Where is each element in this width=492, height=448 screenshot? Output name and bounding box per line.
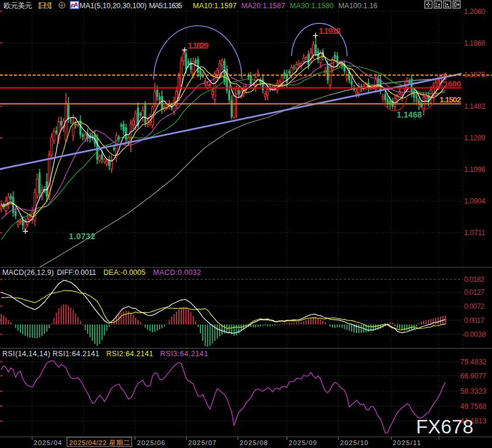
svg-text:1.1468: 1.1468 bbox=[397, 110, 422, 119]
svg-text:MACD:0.0032: MACD:0.0032 bbox=[153, 268, 201, 277]
svg-text:MACD(26,12,9): MACD(26,12,9) bbox=[2, 268, 54, 277]
svg-text:1.1918: 1.1918 bbox=[318, 26, 341, 36]
svg-text:2025/08: 2025/08 bbox=[240, 439, 268, 446]
svg-text:2025/07: 2025/07 bbox=[188, 439, 216, 446]
svg-text:MA10:1.1597: MA10:1.1597 bbox=[193, 2, 237, 10]
svg-text:1.1868: 1.1868 bbox=[464, 39, 486, 47]
svg-text:RSI1:64.2141: RSI1:64.2141 bbox=[53, 350, 99, 358]
svg-text:MA20:1.1587: MA20:1.1587 bbox=[241, 2, 285, 10]
svg-text:0.0182: 0.0182 bbox=[464, 275, 484, 284]
svg-text:2025/10: 2025/10 bbox=[340, 439, 368, 446]
svg-text:MA5:1.1635: MA5:1.1635 bbox=[149, 2, 182, 10]
svg-text:58.3323: 58.3323 bbox=[460, 387, 487, 395]
svg-text:1.1482: 1.1482 bbox=[464, 102, 486, 111]
svg-text:MA100:1.16: MA100:1.16 bbox=[338, 2, 377, 10]
svg-text:66.9077: 66.9077 bbox=[460, 372, 487, 380]
svg-text:RSI2:64.2141: RSI2:64.2141 bbox=[106, 350, 153, 358]
svg-text:1.2060: 1.2060 bbox=[464, 8, 486, 16]
svg-text:DIFF:0.0011: DIFF:0.0011 bbox=[57, 268, 96, 277]
svg-text:欧元美元: 欧元美元 bbox=[4, 2, 32, 10]
svg-text:1.1289: 1.1289 bbox=[464, 134, 486, 142]
svg-text:RSI(14,14,14): RSI(14,14,14) bbox=[2, 350, 50, 358]
svg-text:0.0017: 0.0017 bbox=[464, 316, 484, 325]
svg-text:2025/04: 2025/04 bbox=[34, 439, 63, 446]
svg-text:MA1(5,10,20,30,100): MA1(5,10,20,30,100) bbox=[79, 2, 147, 10]
svg-text:0.0072: 0.0072 bbox=[464, 302, 484, 311]
svg-text:DEA:-0.0005: DEA:-0.0005 bbox=[103, 268, 145, 277]
svg-text:1.0904: 1.0904 bbox=[464, 197, 486, 205]
svg-text:1.1096: 1.1096 bbox=[464, 166, 486, 174]
svg-text:49.7568: 49.7568 bbox=[460, 402, 487, 411]
svg-text:1.0711: 1.0711 bbox=[464, 229, 486, 237]
svg-text:FX678: FX678 bbox=[416, 416, 473, 437]
svg-text:1.1675: 1.1675 bbox=[464, 71, 486, 79]
svg-text:2025/04/22 星期二: 2025/04/22 星期二 bbox=[70, 439, 130, 446]
svg-text:【日线】: 【日线】 bbox=[34, 2, 56, 10]
svg-text:1.0732: 1.0732 bbox=[69, 232, 95, 241]
svg-text:2025/11: 2025/11 bbox=[393, 439, 421, 446]
svg-text:1.1829: 1.1829 bbox=[188, 40, 209, 50]
svg-text:MA30:1.1580: MA30:1.1580 bbox=[290, 2, 334, 10]
svg-text:1.1600: 1.1600 bbox=[437, 80, 461, 88]
svg-text:0.0127: 0.0127 bbox=[464, 288, 484, 297]
svg-text:2025/06: 2025/06 bbox=[137, 439, 165, 446]
svg-text:1.1502: 1.1502 bbox=[439, 95, 461, 104]
svg-text:-0.0038: -0.0038 bbox=[462, 330, 486, 339]
svg-text:75.4832: 75.4832 bbox=[460, 358, 487, 366]
svg-text:2025/09: 2025/09 bbox=[289, 439, 317, 446]
svg-text:RSI3:64.2141: RSI3:64.2141 bbox=[160, 350, 208, 358]
